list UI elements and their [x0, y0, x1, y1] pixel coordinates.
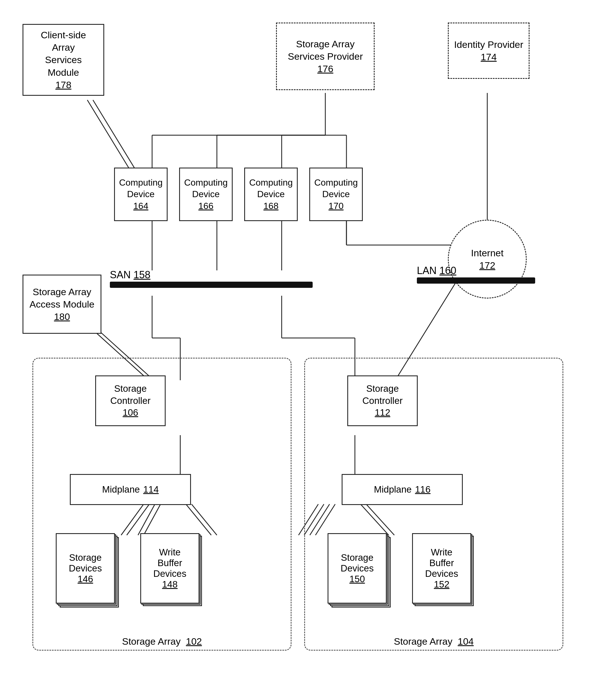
midplane-114: Midplane 114 [70, 474, 191, 505]
client-side-array-services-module: Client-side Array Services Module 178 [23, 24, 104, 96]
storage-controller-112: Storage Controller 112 [347, 375, 418, 426]
internet: Internet 172 [448, 220, 527, 299]
computing-device-164: Computing Device 164 [114, 168, 168, 221]
storage-array-104-label: Storage Array 104 [394, 636, 474, 647]
storage-array-104-container: Storage Array 104 Storage Controller 112… [304, 358, 563, 651]
san-label: SAN 158 [110, 269, 150, 281]
lan-label: LAN 160 [417, 265, 456, 277]
identity-provider: Identity Provider 174 [448, 23, 530, 79]
computing-device-166: Computing Device 166 [179, 168, 233, 221]
diagram: Client-side Array Services Module 178 St… [0, 0, 616, 683]
san-bus [110, 282, 313, 288]
midplane-116: Midplane 116 [342, 474, 463, 505]
storage-controller-106: Storage Controller 106 [95, 375, 166, 426]
computing-device-170: Computing Device 170 [309, 168, 363, 221]
storage-array-102-label: Storage Array 102 [122, 636, 202, 647]
lan-bus [417, 278, 535, 284]
storage-array-102-container: Storage Array 102 Storage Controller 106… [32, 358, 291, 651]
computing-device-168: Computing Device 168 [244, 168, 298, 221]
storage-array-services-provider: Storage Array Services Provider 176 [276, 23, 375, 90]
storage-array-access-module: Storage Array Access Module 180 [23, 274, 102, 334]
